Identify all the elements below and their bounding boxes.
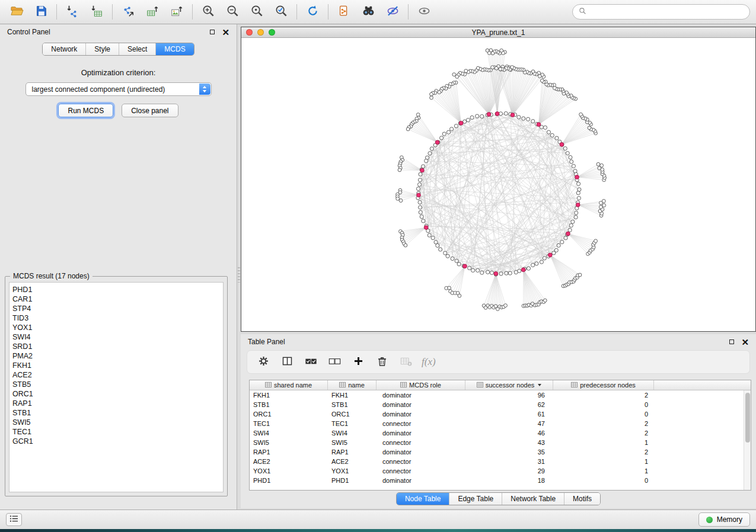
mcds-role-cell[interactable]: dominator (377, 447, 465, 457)
column-header-shared-name[interactable]: shared name (250, 380, 328, 390)
name-cell[interactable]: ACE2 (328, 457, 377, 466)
mcds-result-item[interactable]: YOX1 (12, 323, 220, 332)
successor-nodes-cell[interactable]: 46 (465, 428, 553, 438)
predecessor-nodes-cell[interactable]: 1 (553, 438, 654, 447)
open-file-button[interactable] (5, 2, 28, 21)
zoom-out-button[interactable] (221, 2, 244, 21)
predecessor-nodes-cell[interactable]: 1 (553, 466, 654, 476)
zoom-reset-button[interactable] (245, 2, 269, 21)
mcds-result-item[interactable]: ACE2 (12, 370, 220, 380)
shared-name-cell[interactable]: YOX1 (250, 466, 328, 476)
predecessor-nodes-cell[interactable]: 1 (553, 457, 654, 466)
import-table-button[interactable] (85, 2, 109, 21)
mcds-result-item[interactable]: SWI5 (12, 418, 220, 427)
export-network-button[interactable] (116, 2, 140, 21)
shared-name-cell[interactable]: SWI5 (250, 438, 328, 447)
export-image-button[interactable] (165, 2, 189, 21)
successor-nodes-cell[interactable]: 61 (465, 409, 553, 419)
table-row[interactable]: TEC1TEC1connector472 (250, 419, 744, 428)
criterion-dropdown[interactable]: largest connected component (undirected) (25, 82, 212, 96)
zoom-in-button[interactable] (196, 2, 220, 21)
predecessor-nodes-cell[interactable]: 2 (553, 428, 654, 438)
successor-nodes-cell[interactable]: 29 (465, 466, 553, 476)
table-row[interactable]: STB1STB1dominator620 (250, 400, 744, 409)
successor-nodes-cell[interactable]: 43 (465, 438, 553, 447)
mcds-result-item[interactable]: STP4 (12, 304, 220, 313)
column-header-mcds-role[interactable]: MCDS role (377, 380, 465, 390)
shared-name-cell[interactable]: TEC1 (250, 419, 328, 428)
mcds-result-item[interactable]: GCR1 (12, 437, 220, 446)
shared-name-cell[interactable]: SWI4 (250, 428, 328, 438)
table-row[interactable]: ACE2ACE2connector311 (250, 457, 744, 466)
mcds-role-cell[interactable]: dominator (377, 476, 465, 485)
import-network-button[interactable] (60, 2, 84, 21)
table-body[interactable]: FKH1FKH1dominator962STB1STB1dominator620… (250, 390, 744, 490)
mcds-result-item[interactable]: CAR1 (12, 294, 220, 304)
mcds-result-item[interactable]: SWI4 (12, 332, 220, 342)
deselect-all-button[interactable] (324, 353, 345, 371)
mcds-role-cell[interactable]: dominator (377, 428, 465, 438)
chevron-down-icon[interactable] (538, 384, 541, 386)
column-header-name[interactable]: name (328, 380, 377, 390)
mcds-result-item[interactable]: SRD1 (12, 342, 220, 351)
table-panel-tab-edge-table[interactable]: Edge Table (449, 493, 502, 505)
mcds-role-cell[interactable]: dominator (377, 409, 465, 419)
float-panel-icon[interactable] (210, 30, 215, 34)
successor-nodes-cell[interactable]: 35 (465, 447, 553, 457)
show-all-button[interactable] (412, 2, 436, 21)
name-cell[interactable]: SWI4 (328, 428, 377, 438)
split-view-button[interactable] (277, 353, 298, 371)
name-cell[interactable]: TEC1 (328, 419, 377, 428)
mcds-role-cell[interactable]: connector (377, 466, 465, 476)
save-button[interactable] (29, 2, 53, 21)
control-panel-tab-style[interactable]: Style (85, 43, 119, 55)
name-cell[interactable]: RAP1 (328, 447, 377, 457)
network-window-titlebar[interactable]: YPA_prune.txt_1 (241, 27, 755, 38)
successor-nodes-cell[interactable]: 18 (465, 476, 553, 485)
name-cell[interactable]: STB1 (328, 400, 377, 409)
shared-name-cell[interactable]: FKH1 (250, 390, 328, 400)
mcds-result-item[interactable]: ORC1 (12, 389, 220, 399)
search-box[interactable] (572, 4, 750, 20)
status-menu-button[interactable] (6, 513, 22, 526)
table-settings-button[interactable] (253, 353, 274, 371)
search-input[interactable] (590, 8, 744, 16)
column-header-successor-nodes[interactable]: successor nodes (465, 380, 553, 390)
mcds-result-item[interactable]: PMA2 (12, 351, 220, 361)
delete-column-button[interactable] (372, 353, 393, 371)
select-all-button[interactable] (301, 353, 321, 371)
mcds-role-cell[interactable]: dominator (377, 390, 465, 400)
mcds-role-cell[interactable]: connector (377, 438, 465, 447)
name-cell[interactable]: PHD1 (328, 476, 377, 485)
table-row[interactable]: PHD1PHD1dominator180 (250, 476, 744, 485)
shared-name-cell[interactable]: ACE2 (250, 457, 328, 466)
mcds-result-item[interactable]: RAP1 (12, 399, 220, 408)
close-panel-icon[interactable]: ✕ (741, 338, 749, 347)
shared-name-cell[interactable]: ORC1 (250, 409, 328, 419)
find-button[interactable] (356, 2, 380, 21)
memory-button[interactable]: Memory (698, 512, 750, 527)
mcds-result-item[interactable]: TEC1 (12, 427, 220, 437)
table-panel-tab-motifs[interactable]: Motifs (564, 493, 600, 505)
column-header-predecessor-nodes[interactable]: predecessor nodes (553, 380, 654, 390)
close-panel-icon[interactable]: ✕ (222, 28, 229, 37)
run-mcds-button[interactable]: Run MCDS (58, 104, 113, 117)
window-minimize-button[interactable] (257, 29, 264, 36)
successor-nodes-cell[interactable]: 31 (465, 457, 553, 466)
add-column-button[interactable] (348, 353, 369, 371)
network-canvas[interactable] (241, 38, 755, 331)
control-panel-tab-select[interactable]: Select (119, 43, 155, 55)
table-panel-tab-node-table[interactable]: Node Table (397, 493, 449, 505)
mcds-result-item[interactable]: TID3 (12, 313, 220, 323)
export-table-button[interactable] (141, 2, 164, 21)
predecessor-nodes-cell[interactable]: 0 (553, 409, 654, 419)
close-panel-button[interactable]: Close panel (122, 104, 178, 117)
float-panel-icon[interactable] (729, 339, 734, 344)
predecessor-nodes-cell[interactable]: 2 (553, 447, 654, 457)
mcds-result-list[interactable]: PHD1CAR1STP4TID3YOX1SWI4SRD1PMA2FKH1ACE2… (9, 282, 224, 492)
table-row[interactable]: SWI5SWI5connector431 (250, 438, 744, 447)
clone-network-button[interactable] (332, 2, 356, 21)
name-cell[interactable]: SWI5 (328, 438, 377, 447)
predecessor-nodes-cell[interactable]: 2 (553, 390, 654, 400)
predecessor-nodes-cell[interactable]: 0 (553, 476, 654, 485)
